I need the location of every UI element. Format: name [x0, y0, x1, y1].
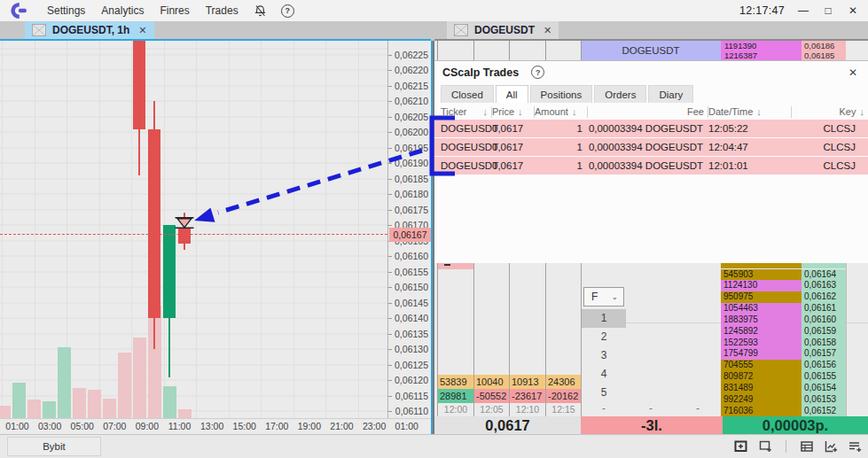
filter-option-5[interactable]: 5 — [582, 384, 626, 402]
ladder-price-cell[interactable]: 0,06160 — [802, 314, 846, 326]
trade-ticker: DOGEUSDT — [441, 142, 492, 152]
trades-tab-all[interactable]: All — [496, 85, 528, 103]
maximize-button[interactable]: □ — [822, 4, 834, 17]
trades-help-icon[interactable]: ? — [531, 66, 544, 79]
column-header-amount[interactable]: Amount↓ — [535, 106, 588, 118]
dom-ask-volumes[interactable]: 11913901216387 — [721, 41, 802, 60]
time-tick-label: 09:00 — [136, 421, 159, 431]
menu-item-finres[interactable]: Finres — [160, 4, 189, 17]
column-header-price[interactable]: Price↓ — [492, 106, 535, 118]
trade-row[interactable]: DOGEUSDT0,061710,00003394 DOGEUSDT12:04:… — [434, 138, 868, 156]
ladder-price-cell[interactable]: 0,06159 — [802, 326, 846, 338]
mute-bell-icon[interactable] — [254, 4, 267, 18]
price-tick-mark — [388, 194, 392, 195]
trades-tabs: ClosedAllPositionsOrdersDiary — [434, 83, 868, 103]
tab-dogeusdt-1h[interactable]: DOGEUSDT, 1h ✕ — [25, 21, 154, 39]
trades-close-icon[interactable]: ✕ — [848, 66, 857, 79]
ladder-price-cell[interactable]: 0,06162 — [802, 291, 846, 303]
minimize-button[interactable]: — — [797, 4, 809, 17]
column-header-ticker[interactable]: Ticker↓ — [441, 106, 492, 118]
ladder-price-cell[interactable]: 0,06163 — [802, 280, 846, 291]
time-tick-label: 15:00 — [233, 421, 256, 431]
trade-ticker: DOGEUSDT — [441, 160, 492, 171]
ladder-volume-cell[interactable]: 1245892 — [721, 326, 802, 338]
ladder-volume-cell[interactable]: 1883975 — [721, 314, 802, 326]
trade-price: 0,0617 — [492, 142, 535, 152]
trade-row[interactable]: DOGEUSDT0,061710,00003394 DOGEUSDT12:01:… — [434, 157, 868, 175]
volume-bar — [0, 406, 11, 418]
tab-dogeusdt[interactable]: DOGEUSDT ✕ — [447, 21, 559, 39]
column-separator — [581, 41, 582, 60]
table-icon[interactable] — [799, 439, 815, 454]
column-header-datetime[interactable]: Date/Time↓ — [708, 106, 792, 118]
ladder-volume-cell[interactable]: 716036 — [721, 406, 802, 416]
ladder-price-cell[interactable]: 0,06154 — [802, 383, 846, 394]
ladder-price-cell[interactable]: 0,06158 — [802, 338, 846, 349]
column-header-fee[interactable]: Fee — [588, 106, 708, 118]
trade-row[interactable]: DOGEUSDT0,061710,00003394 DOGEUSDT12:05:… — [434, 120, 868, 137]
menu-item-settings[interactable]: Settings — [47, 4, 85, 17]
candlestick-chart[interactable] — [0, 41, 387, 418]
account-button-bybit[interactable]: Bybit — [7, 437, 101, 456]
filter-option-2[interactable]: 2 — [582, 328, 626, 346]
duplicate-window-icon[interactable] — [757, 439, 773, 454]
sort-arrow-icon: ↓ — [756, 106, 762, 117]
ladder-volume-cell[interactable]: 809872 — [721, 371, 802, 383]
trades-tab-orders[interactable]: Orders — [594, 85, 646, 103]
trade-price: 0,0617 — [492, 123, 535, 134]
summary-price: 0,0617 — [434, 416, 581, 434]
time-tick-label: 07:00 — [103, 421, 126, 431]
volume-bar — [88, 390, 101, 418]
ladder-volume-cell[interactable]: 545903 — [721, 269, 802, 281]
menu-item-analytics[interactable]: Analytics — [101, 4, 144, 17]
filter-option-1[interactable]: 1 — [582, 309, 626, 328]
ladder-price-cell[interactable]: 0,06157 — [802, 348, 846, 360]
trade-amount: 1 — [535, 142, 588, 152]
add-window-icon[interactable] — [733, 439, 749, 454]
ladder-price-cell[interactable]: 0,06152 — [802, 406, 846, 416]
column-header-key[interactable]: Key↓ — [792, 106, 868, 118]
tab-close-icon[interactable]: ✕ — [543, 25, 551, 36]
cluster-time-label: 12:00 — [438, 403, 473, 416]
ladder-price-cell[interactable]: 0,06156 — [802, 360, 846, 371]
ladder-volume-cell[interactable]: 704555 — [721, 360, 802, 371]
ladder-price-cell[interactable]: 0,06155 — [802, 371, 846, 383]
list-add-icon[interactable] — [847, 439, 863, 454]
trades-tab-positions[interactable]: Positions — [530, 85, 593, 103]
column-separator — [437, 41, 438, 60]
placeholder-dash: - — [598, 402, 609, 415]
ladder-volume-cell[interactable]: 831489 — [721, 383, 802, 394]
ladder-price-cell[interactable]: 0,06161 — [802, 303, 846, 314]
tab-close-icon[interactable]: ✕ — [138, 25, 146, 36]
volume-bar — [163, 386, 176, 418]
price-tick-mark — [388, 210, 392, 211]
trades-tab-closed[interactable]: Closed — [441, 85, 494, 103]
close-button[interactable]: ✕ — [847, 4, 859, 17]
ladder-volume-cell[interactable]: 1754799 — [721, 348, 802, 360]
statusbar-icons — [733, 439, 863, 454]
filter-option-3[interactable]: 3 — [582, 346, 626, 365]
menu-item-trades[interactable]: Trades — [206, 4, 239, 17]
price-tick-label: 0,06155 — [395, 267, 428, 277]
price-tick-label: 0,06140 — [395, 313, 428, 323]
price-tick-label: 0,06205 — [395, 112, 428, 122]
trade-fee: 0,00003394 DOGEUSDT — [588, 142, 708, 152]
trades-tab-diary[interactable]: Diary — [648, 85, 693, 103]
clock: 12:17:47 — [739, 4, 785, 17]
filter-option-4[interactable]: 4 — [582, 365, 626, 384]
chart-add-icon[interactable] — [823, 439, 839, 454]
ladder-volume-cell[interactable]: 950975 — [721, 291, 802, 303]
ladder-price-cell[interactable]: 0,06153 — [802, 394, 846, 406]
ladder-price-cell[interactable]: 0,06164 — [802, 269, 846, 281]
price-tick-label: 0,06215 — [395, 81, 428, 91]
ladder-volume-cell[interactable]: 1124130 — [721, 280, 802, 291]
trade-datetime: 12:05:22 — [708, 123, 792, 134]
filter-dropdown[interactable]: F ⌄ — [583, 287, 624, 307]
ladder-volume-cell[interactable]: 1054463 — [721, 303, 802, 314]
column-label: Date/Time — [708, 106, 753, 117]
dom-ask-prices[interactable]: 0,061860,06185 — [802, 41, 846, 60]
help-icon[interactable]: ? — [281, 4, 294, 18]
ladder-volume-cell[interactable]: 992249 — [721, 394, 802, 406]
column-separator — [545, 41, 546, 60]
ladder-volume-cell[interactable]: 1522593 — [721, 338, 802, 349]
